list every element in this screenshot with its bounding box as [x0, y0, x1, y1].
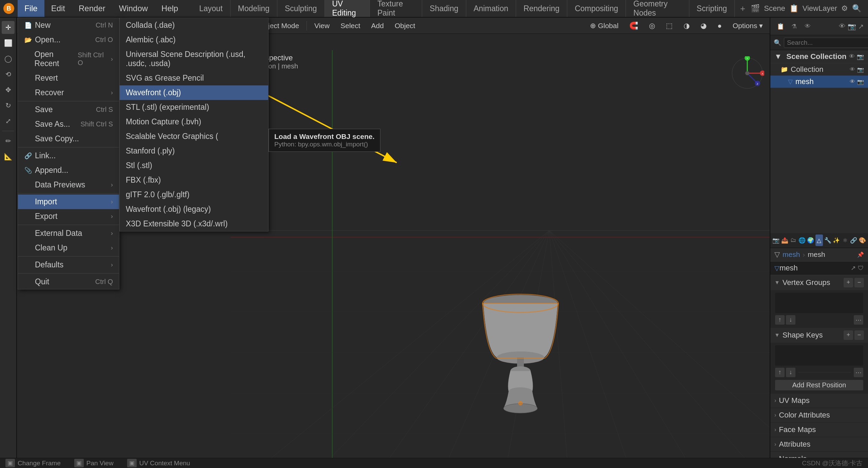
options-btn[interactable]: Options ▾ — [729, 20, 766, 31]
file-menu-external-data[interactable]: External Data › — [18, 226, 119, 241]
normals-header[interactable]: › Normals — [770, 452, 868, 458]
sc-mesh-cam[interactable]: 📷 — [857, 79, 864, 85]
tool-scale[interactable]: ⤢ — [2, 115, 15, 127]
select-btn[interactable]: Select — [337, 20, 363, 31]
sc-item-collection[interactable]: 📁 Collection 👁 📷 — [770, 63, 868, 76]
tab-rendering[interactable]: Rendering — [516, 0, 567, 17]
mesh-users-icon[interactable]: ↗ — [851, 264, 856, 272]
import-ply[interactable]: Stanford (.ply) — [120, 144, 268, 158]
menu-file[interactable]: File — [18, 0, 44, 17]
file-menu-open-recent[interactable]: Open Recent Shift Ctrl O › — [18, 47, 119, 71]
sk-btn-down[interactable]: ↓ — [786, 368, 795, 377]
tool-rotate[interactable]: ↻ — [2, 99, 15, 112]
import-bvh[interactable]: Motion Capture (.bvh) — [120, 115, 268, 129]
file-menu-save[interactable]: Save Ctrl S — [18, 102, 119, 117]
shading-solid-btn[interactable]: ◑ — [680, 20, 693, 31]
menu-render[interactable]: Render — [72, 0, 112, 17]
menu-edit[interactable]: Edit — [44, 0, 72, 17]
prop-object-data-icon[interactable]: △ — [815, 235, 823, 246]
file-menu-save-as[interactable]: Save As... Shift Ctrl S — [18, 117, 119, 131]
sc-coll-cam[interactable]: 📷 — [857, 66, 864, 73]
snap-btn[interactable]: 🧲 — [626, 20, 642, 31]
tab-layout[interactable]: Layout — [192, 0, 230, 17]
lamp-object[interactable] — [470, 263, 571, 417]
file-menu-recover[interactable]: Recover › — [18, 85, 119, 100]
file-menu-open[interactable]: 📂 Open... Ctrl O — [18, 33, 119, 47]
mesh-fake-user-icon[interactable]: 🛡 — [858, 265, 864, 272]
file-menu-import[interactable]: Import › — [18, 195, 119, 209]
nav-gizmo[interactable]: X Y Z — [730, 56, 764, 90]
tool-annotate[interactable]: ✏ — [2, 135, 15, 147]
menu-help[interactable]: Help — [155, 0, 185, 17]
sc-camera-icon[interactable]: 📷 — [857, 53, 864, 60]
vg-btn-up[interactable]: ↑ — [775, 315, 785, 325]
tool-select-box[interactable]: ⬜ — [2, 37, 15, 49]
file-menu-export[interactable]: Export › — [18, 209, 119, 224]
tab-shading[interactable]: Shading — [422, 0, 466, 17]
rp-icon-filter[interactable]: ⚗ — [788, 20, 800, 33]
rp-render-icon[interactable]: 📷 — [848, 22, 856, 30]
vertex-groups-remove[interactable]: − — [854, 278, 864, 287]
tool-cursor[interactable]: ✛ — [2, 21, 15, 34]
import-wavefront-obj[interactable]: Wavefront (.obj) — [120, 85, 268, 100]
sk-btn-up[interactable]: ↑ — [775, 368, 785, 377]
shading-mat-btn[interactable]: ◕ — [697, 20, 710, 31]
import-usd[interactable]: Universal Scene Description (.usd, .usdc… — [120, 47, 268, 71]
import-fbx[interactable]: FBX (.fbx) — [120, 173, 268, 187]
tab-sculpting[interactable]: Sculpting — [277, 0, 325, 17]
vertex-groups-header[interactable]: ▼ Vertex Groups + − — [770, 275, 868, 290]
shape-keys-header[interactable]: ▼ Shape Keys + − — [770, 328, 868, 343]
view-btn[interactable]: View — [311, 20, 333, 31]
prop-view-layer-icon[interactable]: 🗂 — [790, 235, 797, 246]
file-menu-quit[interactable]: Quit Ctrl Q — [18, 274, 119, 289]
import-stl[interactable]: Stl (.stl) — [120, 158, 268, 173]
prop-render-icon[interactable]: 📷 — [772, 235, 780, 246]
tool-measure[interactable]: 📐 — [2, 150, 15, 163]
file-menu-defaults[interactable]: Defaults › — [18, 258, 119, 272]
file-menu-append[interactable]: 📎 Append... — [18, 163, 119, 178]
import-x3d[interactable]: X3D Extensible 3D (.x3d/.wrl) — [120, 217, 268, 231]
file-menu-clean-up[interactable]: Clean Up › — [18, 241, 119, 255]
tab-compositing[interactable]: Compositing — [567, 0, 626, 17]
vg-btn-down[interactable]: ↓ — [786, 315, 795, 325]
import-stl-exp[interactable]: STL (.stl) (experimental) — [120, 100, 268, 115]
tab-animation[interactable]: Animation — [466, 0, 516, 17]
prop-material-icon[interactable]: 🎨 — [859, 235, 866, 246]
prop-constraints-icon[interactable]: 🔗 — [850, 235, 857, 246]
add-workspace-tab[interactable]: + — [735, 3, 751, 14]
prop-world-icon[interactable]: 🌍 — [807, 235, 814, 246]
prop-particle-icon[interactable]: ✨ — [833, 235, 840, 246]
tab-geometry-nodes[interactable]: Geometry Nodes — [626, 0, 689, 17]
mesh-name-value[interactable]: mesh — [780, 264, 798, 272]
search-icon[interactable]: 🔍 — [852, 4, 861, 13]
rp-select-icon[interactable]: ↗ — [858, 22, 864, 30]
add-btn[interactable]: Add — [368, 20, 387, 31]
proportional-btn[interactable]: ◎ — [646, 20, 658, 31]
global-btn[interactable]: ⊕ Global — [587, 20, 622, 31]
rp-icon-outliner[interactable]: 📋 — [774, 20, 787, 33]
tab-scripting[interactable]: Scripting — [689, 0, 735, 17]
prop-modifier-icon[interactable]: 🔧 — [824, 235, 831, 246]
breadcrumb-pin-icon[interactable]: 📌 — [857, 251, 864, 258]
attributes-header[interactable]: › Attributes — [770, 437, 868, 451]
tool-select-circle[interactable]: ◯ — [2, 52, 15, 65]
tool-transform[interactable]: ⟲ — [2, 68, 15, 81]
prop-scene-icon[interactable]: 🌐 — [798, 235, 805, 246]
sc-eye-icon[interactable]: 👁 — [849, 53, 855, 60]
import-gltf[interactable]: gITF 2.0 (.glb/.gltf) — [120, 187, 268, 202]
tab-modeling[interactable]: Modeling — [231, 0, 277, 17]
import-collada[interactable]: Collada (.dae) — [120, 18, 268, 33]
file-menu-data-previews[interactable]: Data Previews › — [18, 178, 119, 192]
import-wavefront-legacy[interactable]: Wavefront (.obj) (legacy) — [120, 202, 268, 217]
settings-icon[interactable]: ⚙ — [841, 4, 848, 13]
sc-item-mesh[interactable]: ▽ mesh 👁 📷 — [770, 76, 868, 88]
rp-eye-icon[interactable]: 👁 — [839, 22, 846, 30]
file-menu-save-copy[interactable]: Save Copy... — [18, 131, 119, 146]
menu-window[interactable]: Window — [112, 0, 155, 17]
tab-texture-paint[interactable]: Texture Paint — [370, 0, 422, 17]
shape-keys-add[interactable]: + — [844, 330, 853, 340]
sc-mesh-eye[interactable]: 👁 — [850, 79, 855, 85]
outliner-search-input[interactable] — [784, 38, 868, 48]
import-alembic[interactable]: Alembic (.abc) — [120, 33, 268, 47]
vg-btn-more[interactable]: ⋯ — [854, 315, 863, 325]
